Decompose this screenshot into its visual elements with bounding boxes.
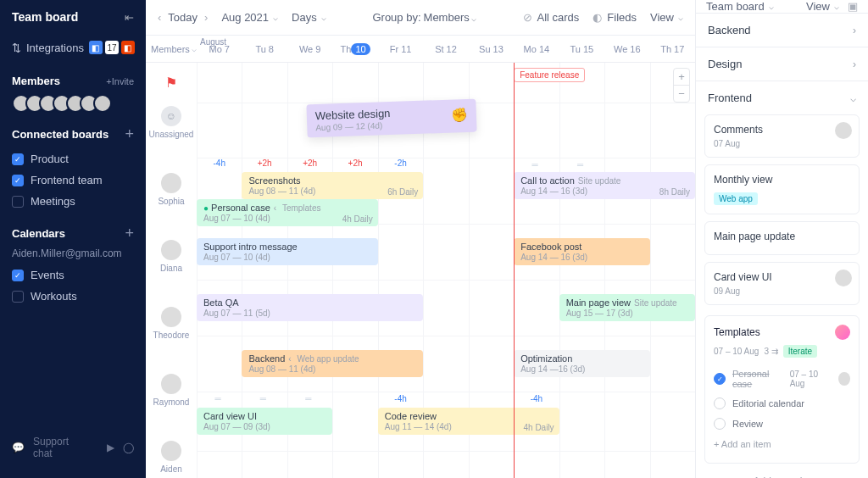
chevron-right-icon: ›: [853, 25, 856, 36]
timeline-card[interactable]: Card view UI Aug 07 — 09 (3d): [197, 408, 332, 435]
rp-card[interactable]: Comments07 Aug: [704, 114, 860, 158]
avatar[interactable]: [93, 94, 112, 113]
connected-boards-header: Connected boards: [12, 128, 108, 141]
sidebar-integrations[interactable]: ⇅ Integrations ◧ 17 ◧: [0, 36, 146, 66]
timeline-card[interactable]: Support intro message Aug 07 — 10 (4d): [197, 238, 378, 265]
members-column-header[interactable]: Members: [146, 36, 197, 63]
rp-card[interactable]: Main page update: [704, 221, 860, 255]
checkbox[interactable]: [12, 175, 24, 186]
timeline-card[interactable]: Call to actionSite update Aug 14 — 16 (3…: [514, 172, 695, 199]
sublist-icon: 3 ⇉: [764, 347, 777, 356]
scale-picker[interactable]: Days: [292, 11, 326, 24]
flag-icon: ⚑: [165, 75, 177, 91]
rp-section-backend[interactable]: Backend ›: [696, 14, 868, 47]
add-calendar-button[interactable]: +: [125, 225, 134, 241]
timeline-card[interactable]: Screenshots Aug 08 — 11 (4d) 6h Daily: [242, 172, 423, 199]
rp-section-frontend[interactable]: Frontend ⌵: [696, 81, 868, 114]
day-header[interactable]: Mo 14: [514, 36, 559, 62]
chevron-down-icon: ⌵: [850, 92, 856, 104]
sync-icon: ⇅: [12, 42, 21, 54]
day-header[interactable]: Mo 7: [197, 36, 242, 62]
sidebar-calendar-item[interactable]: Events: [12, 264, 134, 286]
chat-icon[interactable]: 💬: [12, 442, 25, 453]
sidebar: Team board ⇤ ⇅ Integrations ◧ 17 ◧ Membe…: [0, 0, 146, 478]
group-by[interactable]: Group by:Members: [372, 11, 476, 24]
member-avatars[interactable]: [12, 94, 134, 113]
invite-button[interactable]: +Invite: [106, 76, 134, 86]
add-board-button[interactable]: +: [125, 126, 134, 142]
drag-handle-icon[interactable]: ═: [305, 394, 311, 403]
add-card-button[interactable]: Add a card...: [696, 464, 868, 478]
timeline-card[interactable]: Main page viewSite update Aug 15 — 17 (3…: [559, 294, 695, 321]
day-header[interactable]: We 16: [604, 36, 649, 62]
drag-handle-icon[interactable]: ═: [577, 160, 583, 170]
help-icon[interactable]: ◯: [123, 442, 134, 453]
calendars-header: Calendars: [12, 227, 65, 240]
drag-handle-icon[interactable]: ═: [260, 394, 266, 403]
checkbox[interactable]: [12, 270, 24, 281]
checklist-item[interactable]: Personal case07 – 10 Aug: [714, 364, 850, 393]
rp-templates-card[interactable]: Templates 07 – 10 Aug3 ⇉Iterate Personal…: [704, 315, 860, 464]
zoom-in-button[interactable]: +: [674, 69, 689, 86]
zoom-out-button[interactable]: −: [674, 86, 689, 102]
month-picker[interactable]: Aug 2021: [221, 11, 278, 24]
day-header[interactable]: St 12: [423, 36, 468, 62]
google-icon: ◧: [89, 41, 103, 54]
rp-section-design[interactable]: Design ›: [696, 47, 868, 81]
rp-board-picker[interactable]: Team board: [706, 0, 774, 13]
layout-icon[interactable]: ▣: [848, 0, 858, 13]
day-header[interactable]: Tu 15: [559, 36, 604, 62]
day-header[interactable]: We 9: [287, 36, 332, 62]
timeline-card[interactable]: Optimization Aug 14 —16 (3d): [514, 350, 649, 377]
timeline-card[interactable]: ●Personal case‹ Templates Aug 07 — 10 (4…: [197, 199, 378, 226]
day-header[interactable]: Fr 11: [378, 36, 423, 62]
next-arrow-icon[interactable]: ›: [204, 11, 208, 24]
check-circle[interactable]: [714, 397, 726, 409]
timeline-card[interactable]: Backend‹ Web app update Aug 08 — 11 (4d): [242, 350, 423, 377]
checkbox[interactable]: [12, 291, 24, 303]
avatar: [835, 325, 850, 340]
check-circle[interactable]: [714, 418, 726, 430]
timeline-card[interactable]: Facebook post Aug 14 — 16 (3d): [514, 238, 649, 265]
add-item-button[interactable]: + Add an item: [714, 434, 850, 454]
fields-button[interactable]: ◐Fileds: [593, 11, 637, 24]
prev-arrow-icon[interactable]: ‹: [158, 11, 161, 24]
avatar: [835, 122, 852, 139]
checkbox[interactable]: [12, 153, 24, 165]
today-button[interactable]: Today: [168, 11, 198, 24]
members-header: Members: [12, 75, 60, 87]
day-header[interactable]: Th 17: [650, 36, 695, 62]
timeline-card[interactable]: Code review Aug 11 — 14 (4d) 4h Daily: [378, 408, 559, 435]
day-header[interactable]: Tu 8: [242, 36, 287, 62]
sidebar-calendar-item[interactable]: Workouts: [12, 286, 134, 307]
check-circle[interactable]: [714, 373, 726, 385]
hour-delta: +2h: [242, 158, 287, 172]
avatar: [838, 372, 850, 386]
rp-view-button[interactable]: View: [806, 0, 839, 13]
all-cards-button[interactable]: ⊘All cards: [523, 11, 580, 24]
avatar: [161, 240, 181, 260]
hour-delta: -2h: [378, 158, 423, 172]
office-icon: ◧: [121, 41, 135, 54]
chevron-right-icon: ›: [853, 58, 856, 70]
sidebar-board-item[interactable]: Meetings: [12, 191, 134, 212]
sidebar-board-item[interactable]: Frontend team: [12, 170, 134, 191]
view-button[interactable]: View: [650, 11, 683, 24]
rp-card[interactable]: Card view UI09 Aug: [704, 262, 860, 305]
day-header[interactable]: Su 13: [469, 36, 514, 62]
hour-delta: +2h: [287, 158, 332, 172]
support-chat[interactable]: Support chat: [33, 436, 90, 459]
drag-handle-icon[interactable]: ═: [214, 394, 220, 403]
checkbox[interactable]: [12, 196, 24, 208]
checklist-item[interactable]: Review: [714, 414, 850, 434]
collapse-sidebar-icon[interactable]: ⇤: [125, 11, 134, 24]
hour-delta: -4h: [514, 394, 559, 403]
day-header[interactable]: Th 10: [332, 36, 377, 62]
toolbar: ‹ Today › Aug 2021 Days Group by:Members…: [146, 0, 695, 36]
play-icon[interactable]: ▶: [107, 442, 114, 453]
checklist-item[interactable]: Editorial calendar: [714, 393, 850, 414]
drag-handle-icon[interactable]: ═: [532, 160, 538, 170]
timeline-card[interactable]: Beta QA Aug 07 — 11 (5d): [197, 294, 423, 321]
sidebar-board-item[interactable]: Product: [12, 148, 134, 170]
rp-card[interactable]: Monthly viewWeb app: [704, 164, 860, 214]
